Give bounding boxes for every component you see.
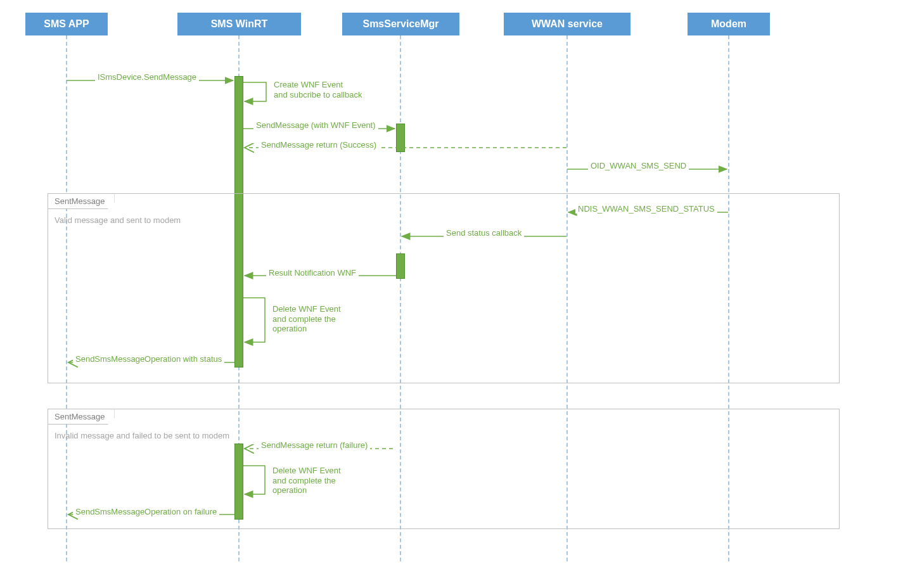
msg-create-wnf: Create WNF Eventand subcribe to callback [271,80,384,99]
frame-desc-2: Invalid message and failed to be sent to… [54,431,229,440]
msg-op-failure: SendSmsMessageOperation on failure [73,507,219,516]
participant-sms-app: SMS APP [25,13,108,35]
msg-oid-send: OID_WWAN_SMS_SEND [588,161,689,170]
participant-sms-winrt: SMS WinRT [177,13,301,35]
msg-delete-wnf-2: Delete WNF Eventand complete theoperatio… [270,466,364,495]
frame-desc-1: Valid message and sent to modem [54,215,181,225]
participant-sms-service-mgr: SmsServiceMgr [342,13,459,35]
msg-return-success: SendMessage return (Success) [259,140,379,150]
participant-modem: Modem [688,13,770,35]
msg-send-message: ISmsDevice.SendMessage [95,72,199,82]
msg-op-status: SendSmsMessageOperation with status [73,354,224,364]
msg-sendmessage-wnf: SendMessage (with WNF Event) [253,120,378,130]
msg-delete-wnf-1: Delete WNF Eventand complete theoperatio… [270,304,364,334]
msg-return-failure: SendMessage return (failure) [259,440,370,450]
participant-wwan-service: WWAN service [504,13,630,35]
frame-title-2: SentMessage [48,409,115,425]
frame-title-1: SentMessage [48,193,115,209]
activation-smsservicemgr-1 [396,124,405,152]
msg-status-callback: Send status callback [444,228,524,238]
msg-ndis-status: NDIS_WWAN_SMS_SEND_STATUS [575,204,717,214]
msg-result-wnf: Result Notification WNF [266,268,359,278]
